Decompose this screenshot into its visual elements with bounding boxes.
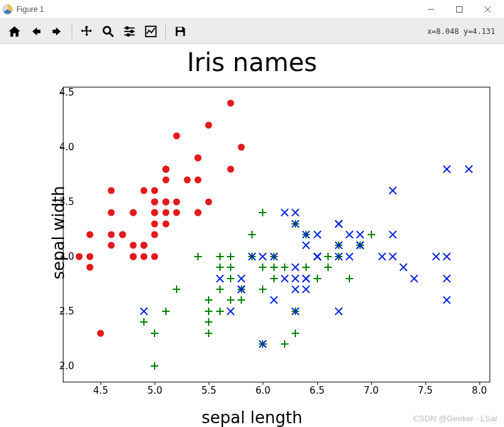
data-point-setosa	[119, 231, 126, 238]
data-point-versicolor	[205, 318, 212, 326]
x-tick-label: 6.5	[310, 385, 325, 396]
data-point-virginica	[335, 308, 342, 315]
data-point-virginica	[292, 209, 299, 216]
data-point-virginica	[302, 286, 310, 293]
svg-point-11	[127, 33, 129, 36]
data-point-virginica	[140, 308, 148, 315]
data-point-setosa	[162, 176, 169, 183]
data-point-virginica	[314, 231, 321, 238]
data-point-virginica	[302, 241, 310, 249]
data-point-virginica	[270, 296, 278, 304]
window-titlebar: Figure 1	[0, 0, 504, 19]
data-point-versicolor	[270, 275, 278, 282]
data-point-versicolor	[238, 296, 245, 304]
data-point-setosa	[173, 133, 180, 140]
data-point-versicolor	[368, 231, 375, 238]
window-close-button[interactable]	[473, 0, 501, 19]
data-point-virginica	[356, 231, 364, 238]
data-point-virginica	[443, 253, 451, 260]
data-point-setosa	[205, 121, 212, 128]
svg-point-10	[131, 30, 133, 33]
data-point-setosa	[238, 143, 245, 150]
data-point-versicolor	[346, 275, 353, 282]
data-point-setosa	[87, 264, 94, 271]
data-point-setosa	[75, 253, 82, 260]
data-point-virginica	[292, 286, 299, 293]
data-point-virginica	[292, 263, 299, 271]
data-point-virginica	[270, 253, 278, 260]
data-point-versicolor	[205, 330, 212, 337]
data-point-virginica	[465, 165, 473, 173]
svg-line-5	[110, 33, 114, 36]
svg-rect-1	[456, 6, 462, 12]
home-button[interactable]	[5, 22, 24, 41]
svg-rect-14	[177, 31, 183, 35]
data-point-versicolor	[162, 308, 170, 315]
x-tick-label: 4.5	[93, 385, 108, 396]
save-button[interactable]	[171, 22, 190, 41]
data-point-setosa	[184, 176, 190, 183]
data-point-versicolor	[227, 253, 234, 260]
data-point-setosa	[173, 209, 180, 216]
data-point-versicolor	[194, 253, 202, 260]
data-point-virginica	[335, 241, 342, 249]
watermark: CSDN @Geeker · LSar	[413, 414, 498, 423]
chart-area[interactable]: Iris names sepal width sepal length 2.02…	[0, 44, 504, 427]
data-point-setosa	[141, 187, 148, 194]
zoom-button[interactable]	[99, 22, 118, 41]
data-point-setosa	[129, 242, 136, 249]
window-minimize-button[interactable]	[417, 0, 445, 19]
configure-subplots-button[interactable]	[120, 22, 139, 41]
data-point-versicolor	[259, 263, 266, 271]
data-point-setosa	[151, 231, 158, 238]
data-point-setosa	[195, 155, 202, 162]
app-icon	[3, 4, 13, 14]
data-point-versicolor	[324, 253, 332, 260]
data-point-virginica	[259, 340, 266, 348]
data-point-setosa	[87, 253, 94, 260]
data-point-setosa	[162, 165, 169, 172]
data-point-versicolor	[259, 209, 266, 216]
data-point-setosa	[108, 209, 115, 216]
data-point-virginica	[432, 253, 440, 260]
svg-point-9	[126, 26, 129, 29]
data-point-virginica	[259, 253, 266, 260]
data-point-setosa	[87, 231, 94, 238]
data-point-versicolor	[248, 231, 256, 238]
forward-button[interactable]	[48, 22, 67, 41]
data-point-versicolor	[140, 318, 148, 326]
data-point-virginica	[335, 220, 342, 228]
data-point-versicolor	[227, 296, 234, 304]
data-point-versicolor	[314, 275, 321, 282]
data-point-versicolor	[302, 263, 310, 271]
data-point-virginica	[389, 253, 397, 260]
data-point-setosa	[129, 253, 136, 260]
data-point-setosa	[151, 198, 158, 205]
data-point-virginica	[389, 231, 397, 238]
data-point-virginica	[248, 253, 256, 260]
data-point-versicolor	[270, 263, 278, 271]
data-point-versicolor	[292, 330, 299, 337]
data-point-setosa	[129, 209, 136, 216]
toolbar-separator	[72, 24, 72, 39]
data-point-versicolor	[205, 296, 212, 304]
data-point-setosa	[227, 100, 234, 107]
data-point-virginica	[410, 275, 418, 282]
data-point-setosa	[108, 187, 115, 194]
x-tick-label: 6.0	[256, 385, 271, 396]
data-point-virginica	[335, 253, 342, 260]
data-point-virginica	[443, 165, 451, 173]
x-tick-label: 5.5	[201, 385, 216, 396]
data-point-setosa	[173, 198, 180, 205]
data-point-setosa	[205, 198, 212, 205]
data-point-virginica	[238, 286, 245, 293]
back-button[interactable]	[26, 22, 45, 41]
data-point-setosa	[97, 330, 104, 336]
data-point-virginica	[216, 275, 224, 282]
window-maximize-button[interactable]	[445, 0, 473, 19]
edit-axis-button[interactable]	[141, 22, 160, 41]
data-point-versicolor	[216, 253, 224, 260]
data-point-setosa	[141, 242, 148, 249]
data-point-setosa	[195, 209, 202, 216]
pan-button[interactable]	[77, 22, 96, 41]
